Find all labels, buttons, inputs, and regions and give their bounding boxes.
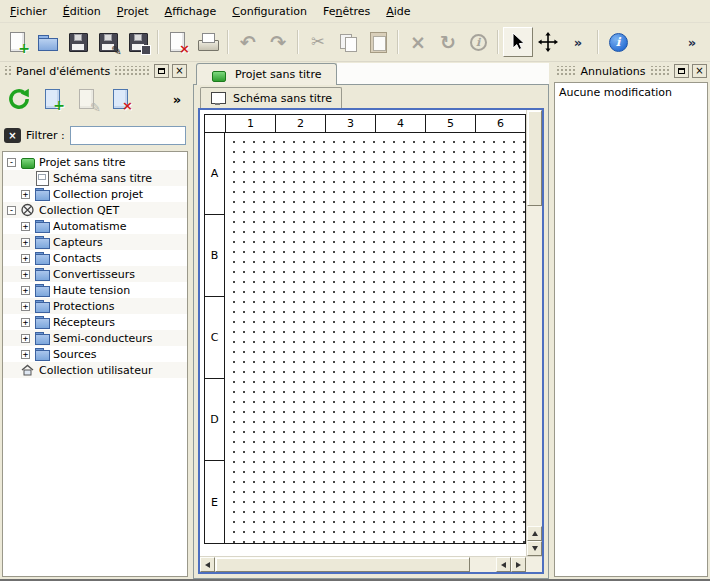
tree-item-sources[interactable]: + Sources: [3, 346, 187, 362]
pan-tool-button[interactable]: [533, 27, 563, 57]
project-area: Projet sans titre Schéma sans titre: [193, 62, 549, 579]
column-header: 5: [425, 115, 475, 133]
dock-drag-handle[interactable]: [113, 66, 151, 76]
reload-collections-button[interactable]: [4, 84, 34, 114]
close-file-icon: ×: [166, 30, 190, 54]
toolbar-overflow-right-button[interactable]: »: [677, 27, 707, 57]
tree-item-contacts[interactable]: + Contacts: [3, 250, 187, 266]
float-icon: [158, 68, 165, 74]
edit-element-button[interactable]: ✎: [72, 84, 102, 114]
tree-item-recepteurs[interactable]: + Récepteurs: [3, 314, 187, 330]
filter-input[interactable]: [70, 126, 186, 145]
scroll-right-button[interactable]: [511, 557, 526, 572]
hscroll-track[interactable]: [470, 557, 496, 572]
scroll-down-button[interactable]: [527, 541, 542, 556]
refresh-icon: [7, 87, 31, 111]
tree-item-label: Protections: [53, 300, 114, 313]
horizontal-scrollbar[interactable]: [200, 557, 526, 572]
vscroll-track[interactable]: [527, 206, 542, 526]
info-blue-icon: i: [609, 33, 628, 52]
scroll-left-button[interactable]: [200, 557, 215, 572]
delete-icon: ×: [410, 33, 426, 52]
menu-fenetres[interactable]: Fenêtres: [315, 0, 378, 22]
scroll-left-button-2[interactable]: [496, 557, 511, 572]
tree-item-automatisme[interactable]: + Automatisme: [3, 218, 187, 234]
expand-icon[interactable]: +: [21, 190, 30, 199]
save-button[interactable]: [63, 27, 93, 57]
undo-list-item[interactable]: Aucune modification: [555, 83, 707, 102]
tree-item-collection-qet[interactable]: - Collection QET: [3, 202, 187, 218]
toolbar-separator: [227, 30, 229, 54]
expand-icon[interactable]: +: [21, 350, 30, 359]
toolbar-overflow-button[interactable]: »: [563, 27, 593, 57]
menu-affichage[interactable]: Affichage: [157, 0, 225, 22]
element-info-button[interactable]: i: [463, 27, 493, 57]
close-dock-button[interactable]: ×: [692, 64, 707, 78]
tree-item-collection-projet[interactable]: + Collection projet: [3, 186, 187, 202]
menu-edition[interactable]: Édition: [55, 0, 109, 22]
tab-schema-sans-titre[interactable]: Schéma sans titre: [200, 87, 342, 108]
undo-dock: Annulations × Aucune modification: [552, 62, 710, 579]
schema-canvas[interactable]: 1 2 3 4 5 6 A B C: [200, 110, 526, 556]
select-tool-button[interactable]: [503, 27, 533, 57]
expand-icon[interactable]: +: [21, 222, 30, 231]
tree-item-semi-conducteurs[interactable]: + Semi-conducteurs: [3, 330, 187, 346]
tree-item-projet-sans-titre[interactable]: - Projet sans titre: [3, 154, 187, 170]
menu-configuration[interactable]: Configuration: [224, 0, 315, 22]
tab-projet-sans-titre[interactable]: Projet sans titre: [196, 63, 337, 85]
row-header: A: [205, 133, 225, 215]
close-file-button[interactable]: ×: [163, 27, 193, 57]
diagram-frame: 1 2 3 4 5 6 A B C: [204, 114, 526, 544]
tree-item-capteurs[interactable]: + Capteurs: [3, 234, 187, 250]
cut-button[interactable]: ✂: [303, 27, 333, 57]
print-icon: [196, 30, 220, 54]
tree-item-protections[interactable]: + Protections: [3, 298, 187, 314]
menu-fichier[interactable]: Fichier: [2, 0, 55, 22]
menu-projet[interactable]: Projet: [109, 0, 157, 22]
copy-button[interactable]: [333, 27, 363, 57]
about-button[interactable]: i: [603, 27, 633, 57]
dock-drag-handle[interactable]: [649, 66, 671, 76]
expand-icon[interactable]: +: [21, 318, 30, 327]
panel-overflow-button[interactable]: »: [168, 84, 186, 114]
expand-icon[interactable]: +: [21, 302, 30, 311]
folder-icon: [34, 331, 49, 345]
collapse-icon[interactable]: -: [7, 158, 16, 167]
dock-drag-handle[interactable]: [555, 66, 577, 76]
tree-item-collection-utilisateur[interactable]: Collection utilisateur: [3, 362, 187, 378]
dock-drag-handle[interactable]: [3, 66, 13, 76]
tree-item-haute-tension[interactable]: + Haute tension: [3, 282, 187, 298]
hscroll-thumb[interactable]: [215, 557, 470, 572]
save-as-button[interactable]: ✎: [93, 27, 123, 57]
paste-button[interactable]: [363, 27, 393, 57]
expand-icon[interactable]: +: [21, 286, 30, 295]
menu-aide[interactable]: Aide: [378, 0, 418, 22]
clear-filter-button[interactable]: ×: [4, 128, 21, 143]
tree-item-schema-sans-titre[interactable]: Schéma sans titre: [3, 170, 187, 186]
redo-button[interactable]: ↷: [263, 27, 293, 57]
expand-icon[interactable]: +: [21, 270, 30, 279]
vscroll-thumb[interactable]: [527, 110, 542, 206]
tree-item-convertisseurs[interactable]: + Convertisseurs: [3, 266, 187, 282]
expand-icon[interactable]: +: [21, 254, 30, 263]
rotate-button[interactable]: ↻: [433, 27, 463, 57]
new-element-button[interactable]: +: [38, 84, 68, 114]
print-button[interactable]: [193, 27, 223, 57]
elements-tree: - Projet sans titre Schéma sans titre + …: [2, 151, 188, 577]
new-document-icon: +: [6, 30, 30, 54]
save-all-button[interactable]: [123, 27, 153, 57]
delete-element-button[interactable]: ×: [106, 84, 136, 114]
open-project-button[interactable]: [33, 27, 63, 57]
expand-icon[interactable]: +: [21, 334, 30, 343]
expand-icon[interactable]: +: [21, 238, 30, 247]
float-dock-button[interactable]: [674, 64, 689, 78]
scroll-up-button[interactable]: [527, 526, 542, 541]
new-document-button[interactable]: +: [3, 27, 33, 57]
scroll-up-icon: [532, 531, 538, 536]
undo-button[interactable]: ↶: [233, 27, 263, 57]
float-dock-button[interactable]: [154, 64, 169, 78]
delete-button[interactable]: ×: [403, 27, 433, 57]
vertical-scrollbar[interactable]: [526, 110, 542, 556]
close-dock-button[interactable]: ×: [172, 64, 187, 78]
collapse-icon[interactable]: -: [7, 206, 16, 215]
